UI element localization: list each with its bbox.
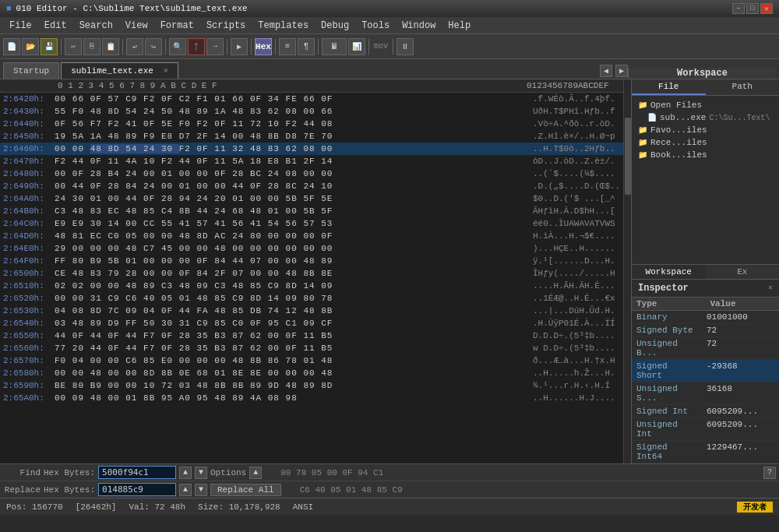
hex-byte[interactable]: 41 xyxy=(250,219,268,228)
hex-byte[interactable]: FE xyxy=(286,94,304,104)
row-hex-bytes[interactable]: F0 04 00 00 C6 85 E0 00 00 00 48 8B 86 7… xyxy=(55,356,530,365)
hex-byte[interactable]: 0F xyxy=(197,157,215,166)
find-input[interactable] xyxy=(98,466,176,479)
hex-byte[interactable]: 09 xyxy=(72,393,90,403)
hex-byte[interactable]: 8B xyxy=(161,368,179,378)
hex-byte[interactable]: 05 xyxy=(161,294,179,303)
row-hex-bytes[interactable]: 03 48 89 D9 FF 50 30 31 C9 85 C0 0F 95 C… xyxy=(55,319,530,328)
hex-byte[interactable]: 01 xyxy=(303,356,321,365)
hex-byte[interactable]: 24 xyxy=(125,169,143,178)
hex-byte[interactable]: 48 xyxy=(90,368,108,378)
tab-startup[interactable]: Startup xyxy=(3,62,59,79)
table-row[interactable]: 2:6530h: 04 08 8D 7C 09 04 0F 44 FA 48 8… xyxy=(0,305,631,317)
list-item[interactable]: Binary 01001000 xyxy=(632,311,779,324)
hex-byte[interactable]: 09 xyxy=(197,281,215,291)
hex-byte[interactable]: 28 xyxy=(161,194,179,203)
hex-byte[interactable]: 00 xyxy=(55,393,72,403)
hex-byte[interactable]: 35 xyxy=(197,331,215,340)
hex-byte[interactable]: C9 xyxy=(197,319,215,328)
hex-byte[interactable]: 00 xyxy=(55,94,72,104)
hex-byte[interactable]: 8B xyxy=(268,132,286,141)
row-hex-bytes[interactable]: FF 80 B9 5B 01 00 00 00 0F 84 44 07 00 0… xyxy=(55,256,530,266)
hex-byte[interactable]: F2 xyxy=(143,94,161,104)
file-tab[interactable]: File xyxy=(632,79,706,95)
hex-byte[interactable]: 62 xyxy=(286,144,304,153)
hex-byte[interactable]: 5E xyxy=(161,119,179,129)
hex-byte[interactable]: 30 xyxy=(161,319,179,328)
hex-byte[interactable]: 31 xyxy=(90,294,108,303)
hex-byte[interactable]: 8D xyxy=(197,231,215,241)
hex-byte[interactable]: 19 xyxy=(55,132,72,141)
hex-byte[interactable]: 5B xyxy=(286,194,304,203)
table-row[interactable]: 2:64B0h: C3 48 83 EC 48 85 C4 8B 44 24 6… xyxy=(0,205,631,217)
row-hex-bytes[interactable]: 00 66 0F 57 C9 F2 0F C2 F1 01 66 0F 34 F… xyxy=(55,94,530,104)
hex-byte[interactable]: 48 xyxy=(90,107,108,116)
hex-byte[interactable]: 80 xyxy=(250,231,268,241)
maximize-button[interactable]: □ xyxy=(746,3,759,14)
hex-byte[interactable]: 62 xyxy=(268,107,286,116)
hex-byte[interactable]: 08 xyxy=(268,393,286,403)
hex-byte[interactable]: 0F xyxy=(250,181,268,191)
hex-byte[interactable]: 0F xyxy=(143,194,161,203)
row-hex-bytes[interactable]: 48 81 EC C0 05 00 00 48 8D AC 24 80 00 0… xyxy=(55,231,530,241)
hex-byte[interactable]: 00 xyxy=(197,244,215,253)
hex-byte[interactable]: A0 xyxy=(179,393,197,403)
menu-scripts[interactable]: Scripts xyxy=(200,19,252,33)
hex-byte[interactable]: 89 xyxy=(232,393,250,403)
row-hex-bytes[interactable]: 24 30 01 00 44 0F 28 94 24 20 01 00 00 5… xyxy=(55,194,530,203)
hex-byte[interactable]: 00 xyxy=(268,244,286,253)
hex-byte[interactable]: 0F xyxy=(321,231,333,241)
hex-byte[interactable]: 08 xyxy=(286,107,304,116)
hex-byte[interactable]: 48 xyxy=(90,393,108,403)
hex-byte[interactable]: 48 xyxy=(303,256,321,266)
hex-byte[interactable]: 5B xyxy=(303,206,321,216)
run-button[interactable]: ▶ xyxy=(231,38,248,55)
hex-byte[interactable]: 48 xyxy=(197,294,215,303)
hex-byte[interactable]: B9 xyxy=(90,381,108,390)
menu-file[interactable]: File xyxy=(3,19,38,33)
hex-byte[interactable]: 48 xyxy=(125,244,143,253)
table-row[interactable]: 2:64A0h: 24 30 01 00 44 0F 28 94 24 20 0… xyxy=(0,192,631,205)
hex-byte[interactable]: 72 xyxy=(161,381,179,390)
hex-byte[interactable]: 86 xyxy=(268,356,286,365)
hex-byte[interactable]: B5 xyxy=(321,344,333,353)
hex-byte[interactable]: 55 xyxy=(161,219,179,228)
hex-byte[interactable]: 70 xyxy=(321,132,333,141)
bookmarks-item[interactable]: 📁 Book...iles xyxy=(635,149,776,161)
hex-byte[interactable]: 40 xyxy=(143,294,161,303)
hex-byte[interactable]: B3 xyxy=(214,331,232,340)
favorites-item[interactable]: 📁 Favo...iles xyxy=(635,124,776,136)
hex-byte[interactable]: 00 xyxy=(143,231,161,241)
menu-window[interactable]: Window xyxy=(396,19,442,33)
menu-debug[interactable]: Debug xyxy=(315,19,355,33)
hex-byte[interactable]: 00 xyxy=(250,269,268,278)
table-row[interactable]: 2:6420h: 00 66 0F 57 C9 F2 0F C2 F1 01 6… xyxy=(0,93,631,105)
hex-byte[interactable]: 00 xyxy=(268,331,286,340)
hex-byte[interactable]: 74 xyxy=(268,306,286,315)
hex-byte[interactable]: 24 xyxy=(268,169,286,178)
hex-byte[interactable]: 04 xyxy=(55,306,72,315)
hex-byte[interactable]: F2 xyxy=(286,119,304,129)
hex-byte[interactable]: F0 xyxy=(72,107,90,116)
hex-byte[interactable]: 0F xyxy=(321,94,333,104)
hex-byte[interactable]: 01 xyxy=(268,206,286,216)
hex-byte[interactable]: 48 xyxy=(90,144,108,153)
hex-byte[interactable]: 44 xyxy=(125,331,143,340)
hex-byte[interactable]: 48 xyxy=(321,356,333,365)
hex-byte[interactable]: 28 xyxy=(232,169,250,178)
hex-byte[interactable]: 08 xyxy=(303,144,321,153)
tab-file[interactable]: sublime_text.exe × xyxy=(61,62,178,79)
hex-byte[interactable]: 10 xyxy=(268,119,286,129)
hex-byte[interactable]: C7 xyxy=(143,244,161,253)
hex-byte[interactable]: 8D xyxy=(108,144,125,153)
hex-byte[interactable]: 04 xyxy=(72,356,90,365)
row-hex-bytes[interactable]: 19 5A 1A 48 89 F9 E8 D7 2F 14 00 48 8B D… xyxy=(55,132,530,141)
hex-byte[interactable]: 03 xyxy=(179,381,197,390)
row-hex-bytes[interactable]: 00 00 48 8D 54 24 30 F2 0F 11 32 48 83 6… xyxy=(55,144,530,153)
hex-byte[interactable]: 24 xyxy=(143,181,161,191)
hex-byte[interactable]: 00 xyxy=(286,244,304,253)
hex-byte[interactable]: FA xyxy=(197,306,215,315)
find-up-button[interactable]: ▲ xyxy=(179,467,192,479)
table-row[interactable]: 2:6450h: 19 5A 1A 48 89 F9 E8 D7 2F 14 0… xyxy=(0,130,631,143)
hex-byte[interactable]: 85 xyxy=(143,356,161,365)
